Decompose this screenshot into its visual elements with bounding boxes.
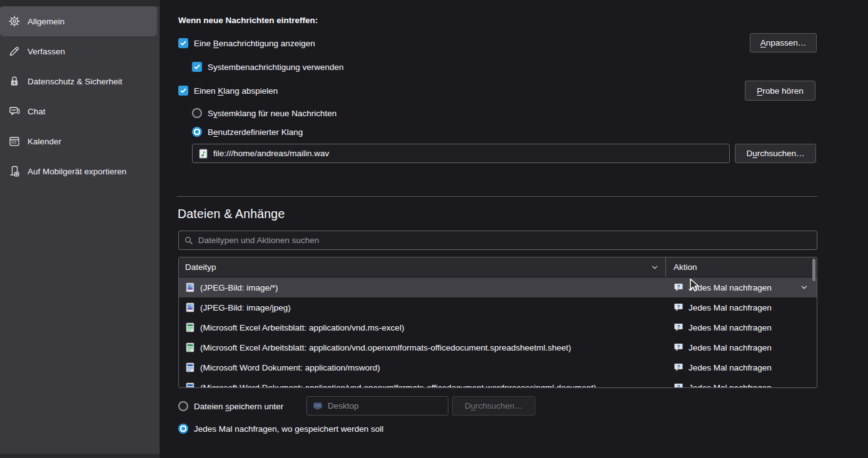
settings-sidebar: Allgemein Verfassen Datenschutz & Sicher… xyxy=(0,0,160,458)
radio-label: Systemklang für neue Nachrichten xyxy=(208,109,336,118)
sidebar-item-label: Allgemein xyxy=(28,17,64,26)
action-dropdown[interactable]: ? Jedes Mal nachfragen xyxy=(666,342,817,352)
checkbox-show-notification[interactable]: Eine Benachrichtigung anzeigen xyxy=(178,37,315,49)
ask-question-icon: ? xyxy=(674,382,684,388)
action-dropdown[interactable]: ? Jedes Mal nachfragen xyxy=(666,322,817,332)
checkbox-checked-icon[interactable] xyxy=(192,62,202,72)
sidebar-item-label: Auf Mobilgerät exportieren xyxy=(28,167,126,176)
table-row[interactable]: (Microsoft Excel Arbeitsblatt: applicati… xyxy=(179,317,817,337)
file-type-label: (Microsoft Excel Arbeitsblatt: applicati… xyxy=(200,343,571,352)
action-label: Jedes Mal nachfragen xyxy=(689,323,772,332)
radio-save-files-to[interactable]: Dateien speichern unter xyxy=(178,401,283,412)
table-header: Dateityp Aktion xyxy=(179,257,817,277)
checkbox-system-notification[interactable]: Systembenachrichtigung verwenden xyxy=(192,61,344,72)
file-type-label: (Microsoft Word Dokument: application/ms… xyxy=(200,363,380,372)
lock-icon xyxy=(8,75,21,87)
file-types-table: Dateityp Aktion (JPEG-Bild: image/*) ? J… xyxy=(178,257,817,388)
radio-selected-icon[interactable] xyxy=(178,424,188,434)
pencil-icon xyxy=(8,45,21,57)
radio-label: Benutzerdefinierter Klang xyxy=(208,127,303,137)
jpeg-file-icon xyxy=(185,302,195,312)
excel-file-icon xyxy=(185,322,195,332)
sidebar-bottom-edge xyxy=(0,454,159,458)
action-dropdown[interactable]: ? Jedes Mal nachfragen xyxy=(666,302,817,312)
radio-unselected-icon[interactable] xyxy=(192,108,202,118)
checkbox-label: Eine Benachrichtigung anzeigen xyxy=(194,39,315,48)
checkbox-label: Einen Klang abspielen xyxy=(194,86,278,96)
ask-question-icon: ? xyxy=(674,302,684,312)
file-type-cell: (Microsoft Excel Arbeitsblatt: applicati… xyxy=(179,342,666,352)
sidebar-item-label: Chat xyxy=(28,107,46,116)
radio-custom-sound[interactable]: Benutzerdefinierter Klang xyxy=(192,126,303,137)
svg-text:?: ? xyxy=(677,304,680,310)
ask-question-icon: ? xyxy=(674,342,684,352)
file-types-table-body: (JPEG-Bild: image/*) ? Jedes Mal nachfra… xyxy=(179,277,817,388)
table-row[interactable]: (JPEG-Bild: image/jpeg) ? Jedes Mal nach… xyxy=(179,297,817,317)
ask-question-icon: ? xyxy=(674,282,684,292)
ask-question-icon: ? xyxy=(674,322,684,332)
ask-question-icon: ? xyxy=(674,362,684,372)
table-row[interactable]: (Microsoft Word Dokument: application/vn… xyxy=(179,377,817,388)
section-heading-new-messages: Wenn neue Nachrichten eintreffen: xyxy=(178,16,318,25)
file-type-cell: (JPEG-Bild: image/*) xyxy=(179,282,666,292)
browse-save-path-button: Durchsuchen… xyxy=(452,396,535,416)
action-label: Jedes Mal nachfragen xyxy=(689,303,772,312)
sidebar-item-mobilgeraet[interactable]: Auf Mobilgerät exportieren xyxy=(0,156,157,186)
sidebar-item-datenschutz[interactable]: Datenschutz & Sicherheit xyxy=(0,66,157,96)
table-row[interactable]: (Microsoft Word Dokument: application/ms… xyxy=(179,357,817,377)
file-type-label: (Microsoft Word Dokument: application/vn… xyxy=(200,383,597,389)
desktop-icon xyxy=(313,401,323,411)
checkbox-checked-icon[interactable] xyxy=(178,38,188,48)
radio-label: Jedes Mal nachfragen, wo gespeichert wer… xyxy=(194,424,383,434)
radio-ask-every-time[interactable]: Jedes Mal nachfragen, wo gespeichert wer… xyxy=(178,423,383,434)
thunderbird-settings-general: Allgemein Verfassen Datenschutz & Sicher… xyxy=(0,0,868,458)
checkbox-checked-icon[interactable] xyxy=(178,86,188,96)
browse-sound-button[interactable]: Durchsuchen… xyxy=(735,144,816,163)
sidebar-item-allgemein[interactable]: Allgemein xyxy=(0,6,157,36)
sidebar-item-verfassen[interactable]: Verfassen xyxy=(0,36,157,66)
file-types-search[interactable] xyxy=(178,231,817,250)
save-path-input: Desktop xyxy=(306,396,448,416)
excel-file-icon xyxy=(185,342,195,352)
sidebar-item-label: Kalender xyxy=(28,137,61,146)
svg-text:?: ? xyxy=(677,364,680,370)
table-row[interactable]: (Microsoft Excel Arbeitsblatt: applicati… xyxy=(179,337,817,357)
action-dropdown[interactable]: ? Jedes Mal nachfragen xyxy=(666,382,817,388)
jpeg-file-icon xyxy=(185,282,195,292)
sidebar-item-label: Verfassen xyxy=(28,47,65,56)
customize-button[interactable]: Anpassen… xyxy=(750,33,817,52)
word-file-icon xyxy=(185,362,195,372)
sidebar-item-label: Datenschutz & Sicherheit xyxy=(28,77,123,86)
file-type-label: (JPEG-Bild: image/*) xyxy=(200,283,278,292)
sidebar-item-chat[interactable]: Chat xyxy=(0,96,157,126)
sidebar-item-kalender[interactable]: Kalender xyxy=(0,126,157,156)
chevron-down-icon xyxy=(800,284,808,291)
svg-text:?: ? xyxy=(677,284,680,290)
radio-unselected-icon[interactable] xyxy=(178,401,188,411)
section-divider xyxy=(177,196,817,197)
checkbox-play-sound[interactable]: Einen Klang abspielen xyxy=(178,85,278,96)
column-header-aktion[interactable]: Aktion xyxy=(666,257,817,277)
calendar-icon xyxy=(8,135,21,147)
search-input[interactable] xyxy=(198,236,811,245)
play-sample-button[interactable]: Probe hören xyxy=(745,81,815,101)
radio-label: Dateien speichern unter xyxy=(194,402,283,411)
audio-file-icon xyxy=(198,149,208,159)
word-file-icon xyxy=(185,382,195,388)
radio-selected-icon[interactable] xyxy=(192,127,202,137)
action-label: Jedes Mal nachfragen xyxy=(689,343,772,352)
action-dropdown[interactable]: ? Jedes Mal nachfragen xyxy=(666,362,817,372)
svg-text:?: ? xyxy=(677,324,680,330)
sidebar-top-edge xyxy=(0,0,159,6)
gear-icon xyxy=(8,15,21,27)
action-label: Jedes Mal nachfragen xyxy=(689,363,772,372)
column-header-dateityp[interactable]: Dateityp xyxy=(179,257,666,277)
table-scrollbar-thumb[interactable] xyxy=(812,259,815,281)
sound-file-input[interactable]: file:///home/andreas/mailin.wav xyxy=(192,144,730,163)
search-icon xyxy=(184,236,193,245)
file-type-cell: (Microsoft Excel Arbeitsblatt: applicati… xyxy=(179,322,666,332)
table-row[interactable]: (JPEG-Bild: image/*) ? Jedes Mal nachfra… xyxy=(179,277,817,297)
radio-system-sound[interactable]: Systemklang für neue Nachrichten xyxy=(192,107,336,119)
svg-text:?: ? xyxy=(677,344,680,350)
checkbox-label: Systembenachrichtigung verwenden xyxy=(208,62,344,72)
